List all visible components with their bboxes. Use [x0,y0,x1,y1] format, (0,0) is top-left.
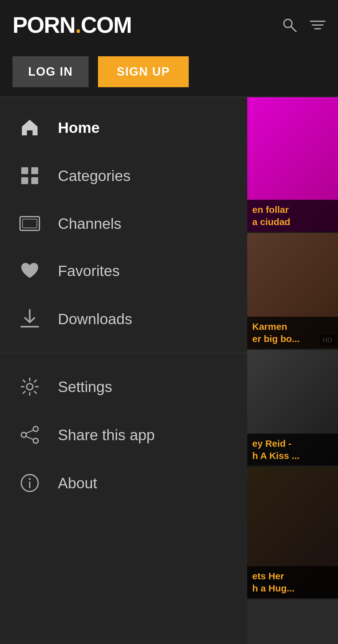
nav-primary: Home Categories [0,97,247,350]
svg-rect-9 [20,217,39,230]
svg-rect-7 [21,177,28,184]
svg-line-16 [26,430,33,433]
filter-icon[interactable] [310,19,325,31]
svg-rect-8 [31,177,38,184]
signup-button[interactable]: SIGN UP [98,56,189,87]
video-card-2[interactable]: HD Karmen er big bo... [247,233,338,349]
content-panel: en follar a ciudad HD Karmen er big bo..… [247,97,338,644]
info-icon [19,473,41,493]
svg-point-12 [27,384,33,390]
video-title-overlay-4: ets Her h a Hug... [247,566,338,598]
sidebar-item-downloads-label: Downloads [58,310,132,328]
sidebar-item-favorites[interactable]: Favorites [0,247,247,294]
video-card-5[interactable] [247,599,338,644]
svg-rect-6 [31,167,38,174]
sidebar-item-downloads[interactable]: Downloads [0,294,247,344]
video-card-1[interactable]: en follar a ciudad [247,97,338,232]
svg-point-19 [29,478,31,480]
search-icon[interactable] [282,17,297,33]
video-title-4: ets Her h a Hug... [252,570,333,594]
sidebar-item-categories[interactable]: Categories [0,152,247,200]
header: PORN.COM [0,0,338,50]
login-button[interactable]: LOG IN [13,56,89,87]
video-title-overlay-3: ey Reid - h A Kiss ... [247,434,338,465]
home-icon [19,118,41,137]
svg-point-15 [33,438,38,443]
sidebar-item-about-label: About [58,475,97,492]
svg-rect-10 [23,219,37,228]
sidebar: Home Categories [0,97,247,644]
header-icons [282,17,325,33]
video-title-2: Karmen er big bo... [252,320,333,345]
svg-point-14 [21,432,26,437]
video-title-1: en follar a ciudad [252,204,333,228]
nav-secondary: Settings Share this app [0,356,247,513]
sidebar-item-about[interactable]: About [0,459,247,507]
download-icon [19,309,41,329]
svg-rect-5 [21,167,28,174]
grid-icon [19,166,41,185]
svg-line-1 [291,27,296,32]
sidebar-item-settings-label: Settings [58,378,112,395]
sidebar-item-home-label: Home [58,119,100,136]
sidebar-item-channels[interactable]: Channels [0,200,247,247]
svg-line-17 [26,436,33,440]
sidebar-item-home[interactable]: Home [0,103,247,152]
auth-row: LOG IN SIGN UP [0,50,338,97]
video-card-4[interactable]: ets Her h a Hug... [247,467,338,598]
tv-icon [19,214,41,233]
svg-point-13 [33,426,38,431]
logo-text: PORN.COM [13,12,131,38]
heart-icon [19,262,41,280]
sidebar-item-channels-label: Channels [58,215,121,232]
sidebar-item-categories-label: Categories [58,167,131,184]
main-container: Home Categories [0,97,338,644]
sidebar-item-share-label: Share this app [58,426,155,444]
video-card-3[interactable]: ey Reid - h A Kiss ... [247,350,338,465]
sidebar-item-share[interactable]: Share this app [0,411,247,459]
nav-divider [0,353,247,353]
logo: PORN.COM [13,12,131,38]
video-title-3: ey Reid - h A Kiss ... [252,437,333,462]
video-title-overlay-1: en follar a ciudad [247,200,338,232]
gear-icon [19,377,41,396]
sidebar-item-settings[interactable]: Settings [0,363,247,411]
share-icon [19,425,41,445]
video-title-overlay-2: Karmen er big bo... [247,317,338,349]
sidebar-item-favorites-label: Favorites [58,262,120,279]
logo-dot: . [75,13,81,38]
